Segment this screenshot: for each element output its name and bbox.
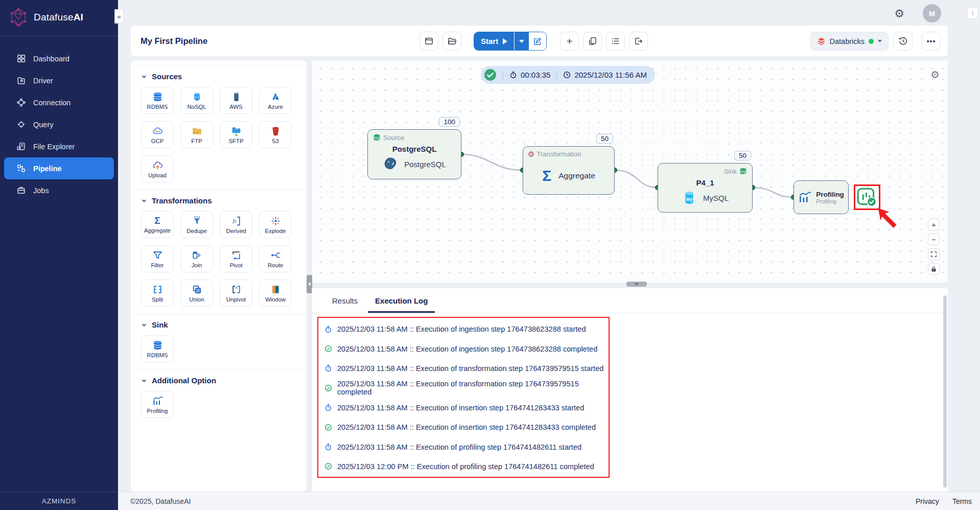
tile-label: Pivot [229, 262, 242, 268]
history-button[interactable] [894, 32, 913, 51]
log-entry-text: 2025/12/03 12:00 PM :: Execution of prof… [337, 462, 594, 471]
transform-tile-explode[interactable]: Explode [259, 211, 292, 238]
sidebar-item-connection[interactable]: Connection [4, 91, 114, 113]
add-node-button[interactable]: + [560, 32, 579, 51]
log-entry: 2025/12/03 11:58 AM :: Execution of inse… [318, 418, 609, 437]
record-count-badge: 100 [439, 117, 460, 127]
transform-tile-filter[interactable]: Filter [141, 245, 174, 272]
profiling-complete-icon[interactable] [856, 187, 878, 207]
sidebar-item-jobs[interactable]: Jobs [4, 179, 114, 201]
secondary-panel-toggle[interactable]: i [967, 7, 978, 19]
transform-tile-pivot[interactable]: Pivot [220, 245, 252, 272]
pipeline-header: My First Pipeline Start + [130, 25, 948, 57]
sidebar-collapse-button[interactable]: « [114, 9, 124, 24]
clock-icon [563, 71, 571, 79]
brand-name: DatafuseAI [34, 12, 83, 23]
source-tile-ftp[interactable]: FTP FTP [180, 121, 213, 148]
transformations-section-header[interactable]: Transformations [141, 196, 296, 205]
sidebar-item-label: Driver [33, 77, 53, 85]
node-profiling[interactable]: Profiling Profiling [794, 180, 849, 214]
source-tile-sftp[interactable]: SFTP SFTP [220, 121, 252, 148]
canvas-zoom-controls: + − [928, 219, 940, 275]
databricks-icon [817, 37, 826, 45]
chevron-down-icon [141, 322, 147, 328]
union-icon [192, 284, 202, 295]
open-folder-button[interactable] [442, 32, 461, 51]
panel-resize-handle[interactable] [626, 282, 647, 287]
source-tile-rdbms[interactable]: RDBMS [141, 87, 174, 114]
canvas-settings-gear-icon[interactable]: ⚙ [930, 68, 940, 81]
privacy-link[interactable]: Privacy [916, 497, 939, 505]
sidebar-item-pipeline[interactable]: Pipeline [4, 157, 114, 179]
tile-label: Aggregate [144, 227, 171, 234]
fit-view-button[interactable] [928, 248, 940, 260]
transform-tile-window[interactable]: Window [259, 280, 292, 307]
window-icon [424, 36, 434, 46]
sources-section: Sources RDBMS NoSQL AWS Azure [131, 66, 307, 184]
transform-tile-unpivot[interactable]: Unpivot [220, 280, 252, 307]
node-body: Σ Aggregate [523, 147, 614, 194]
source-tile-s3[interactable]: S3 [259, 121, 292, 148]
start-button[interactable]: Start [474, 32, 514, 50]
sidebar-item-driver[interactable]: Driver [4, 69, 114, 91]
source-tile-upload[interactable]: Upload [141, 155, 174, 182]
list-view-button[interactable] [606, 32, 625, 51]
sidebar-item-file-explorer[interactable]: File Explorer [4, 135, 114, 157]
node-transformation-aggregate[interactable]: 50 ⚙ Transformation Σ Aggregate [523, 146, 615, 195]
sidebar-item-dashboard[interactable]: Dashboard [4, 48, 114, 69]
zoom-in-button[interactable]: + [928, 219, 940, 230]
node-title: P4_1 [658, 178, 752, 187]
terms-link[interactable]: Terms [952, 497, 972, 505]
transform-tile-union[interactable]: Union [180, 280, 213, 307]
execution-log-list: 2025/12/03 11:58 AM :: Execution of inge… [317, 317, 610, 478]
sink-section-header[interactable]: Sink [141, 320, 296, 329]
company-label: AZMINDS [0, 492, 118, 510]
brand-logo-row[interactable]: DatafuseAI [0, 0, 118, 34]
tab-results[interactable]: Results [325, 296, 365, 313]
start-dropdown-caret[interactable] [515, 32, 529, 50]
rdbms-icon [152, 340, 163, 351]
duplicate-button[interactable] [583, 32, 602, 51]
gcp-icon [152, 126, 163, 136]
more-options-button[interactable]: ••• [922, 32, 941, 51]
sources-section-header[interactable]: Sources [141, 72, 296, 81]
environment-select[interactable]: Databricks [810, 32, 889, 51]
panel-scrollbar[interactable] [943, 295, 947, 488]
source-tile-aws[interactable]: AWS [220, 87, 252, 114]
azure-icon [270, 91, 281, 102]
tile-label: Join [192, 262, 202, 268]
route-icon [270, 250, 281, 261]
annotation-arrow [876, 206, 901, 231]
source-tile-gcp[interactable]: GCP [141, 121, 174, 148]
transform-tile-dedupe[interactable]: Dedupe [180, 211, 213, 238]
source-tile-nosql[interactable]: NoSQL [180, 87, 213, 114]
sidebar-item-query[interactable]: Query [4, 113, 114, 135]
lock-button[interactable] [928, 263, 940, 275]
transform-tile-split[interactable]: Split [141, 280, 174, 307]
transform-tile-route[interactable]: Route [259, 245, 292, 272]
settings-gear-icon[interactable]: ⚙ [892, 7, 906, 21]
zoom-out-button[interactable]: − [928, 234, 940, 245]
tile-label: Azure [268, 104, 283, 110]
open-window-button[interactable] [419, 32, 438, 51]
additional-tile-profiling[interactable]: Profiling [141, 391, 174, 418]
pipeline-canvas[interactable]: 00:03:35 2025/12/03 11:56 AM ⚙ 100 Sourc [312, 60, 948, 283]
tab-execution-log[interactable]: Execution Log [368, 296, 435, 313]
edit-pipeline-button[interactable] [529, 32, 546, 50]
export-button[interactable] [629, 32, 648, 51]
log-entry: 2025/12/03 11:58 AM :: Execution of inse… [318, 398, 609, 418]
sink-tile-rdbms[interactable]: RDBMS [141, 335, 174, 362]
source-tile-azure[interactable]: Azure [259, 87, 292, 114]
user-avatar[interactable]: M [923, 4, 941, 22]
tile-label: Dedupe [186, 228, 207, 234]
plus-icon: + [567, 37, 573, 46]
transform-tile-derived[interactable]: fx Derived [220, 211, 252, 238]
node-sink-mysql[interactable]: 50 Sink P4_1 My MySQL [658, 163, 753, 213]
tile-label: RDBMS [147, 352, 168, 358]
node-source-postgresql[interactable]: 100 Source PostgreSQL PostgreSQL [367, 129, 461, 179]
transform-tile-join[interactable]: Join [180, 245, 213, 272]
transform-tile-aggregate[interactable]: Σ Aggregate [141, 211, 174, 238]
postgresql-icon [383, 156, 398, 172]
additional-option-header[interactable]: Additional Option [141, 376, 296, 385]
copy-icon [588, 36, 597, 46]
